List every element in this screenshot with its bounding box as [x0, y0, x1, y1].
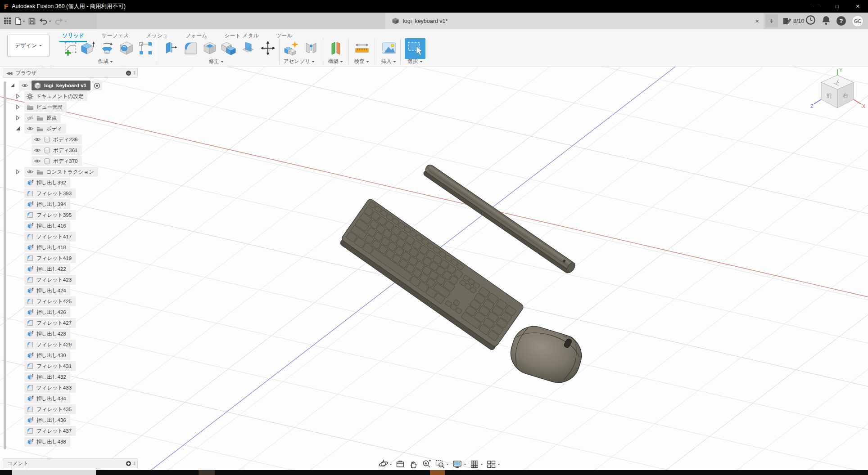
feature-row-extrude[interactable]: 押し出し438: [24, 436, 70, 447]
root-component[interactable]: logi_keyboard v1: [32, 81, 90, 90]
3d-viewport[interactable]: [0, 67, 868, 470]
feature-row-fillet[interactable]: フィレット419: [24, 253, 76, 264]
expanded-triangle-icon[interactable]: [10, 83, 15, 88]
fillet-button[interactable]: [182, 40, 199, 57]
file-menu-button[interactable]: [14, 17, 25, 25]
feature-row-extrude[interactable]: 押し出し430: [24, 350, 70, 361]
create-sketch-button[interactable]: [62, 40, 79, 57]
tree-row-body[interactable]: ボディ236: [32, 134, 82, 145]
shell-button[interactable]: [201, 40, 218, 57]
joint-button[interactable]: [303, 40, 320, 57]
panel-grip[interactable]: ‖: [133, 70, 136, 76]
extrude-button[interactable]: [79, 40, 96, 57]
zoom-button[interactable]: [421, 459, 432, 469]
feature-row-extrude[interactable]: 押し出し432: [24, 372, 70, 382]
move-button[interactable]: [259, 40, 276, 57]
collapsed-triangle-icon[interactable]: [15, 169, 20, 175]
activate-component-radio[interactable]: [92, 81, 102, 90]
hole-button[interactable]: [118, 40, 135, 57]
group-label-inspect[interactable]: 検査: [354, 58, 369, 65]
minimize-button[interactable]: —: [806, 0, 827, 13]
tree-label[interactable]: ドキュメントの設定: [36, 93, 83, 100]
feature-row-fillet[interactable]: フィレット393: [24, 188, 76, 199]
viewports-button[interactable]: [486, 459, 500, 469]
grid-snap-button[interactable]: [470, 459, 483, 469]
tree-item[interactable]: ボディ: [24, 124, 66, 134]
combine-button[interactable]: [220, 40, 237, 57]
redo-button[interactable]: [54, 18, 67, 25]
workspace-selector[interactable]: デザイン: [7, 35, 50, 56]
collapsed-triangle-icon[interactable]: [15, 104, 20, 110]
tree-item[interactable]: ビュー管理: [24, 102, 67, 112]
group-label-insert[interactable]: 挿入: [381, 58, 396, 65]
view-cube[interactable]: Y Z X 上 前 右: [809, 67, 868, 121]
new-tab-button[interactable]: +: [765, 14, 778, 27]
collapse-panel-icon[interactable]: ◀◀: [6, 71, 11, 76]
feature-row-extrude[interactable]: 押し出し418: [24, 242, 70, 253]
mouse-model[interactable]: [506, 321, 587, 388]
tab-close-icon[interactable]: ×: [755, 17, 759, 25]
feature-row-extrude[interactable]: 押し出し436: [24, 415, 70, 426]
tree-item[interactable]: ボディ236: [32, 134, 82, 144]
select-button[interactable]: [405, 38, 425, 59]
group-label-create[interactable]: 作成: [98, 58, 113, 65]
visibility-eye-icon[interactable]: [19, 81, 31, 90]
split-body-button[interactable]: [240, 40, 257, 57]
feature-row-fillet[interactable]: フィレット423: [24, 274, 76, 285]
tree-row-construction[interactable]: コンストラクション: [15, 166, 98, 177]
active-document-tab[interactable]: logi_keyboard v1* ×: [385, 13, 764, 29]
tree-item[interactable]: ボディ370: [32, 156, 82, 166]
feature-row-extrude[interactable]: 押し出し428: [24, 328, 70, 339]
eye-hidden-icon[interactable]: [27, 115, 34, 121]
tree-row-origin[interactable]: 原点: [15, 112, 61, 123]
construction-plane-button[interactable]: [327, 40, 344, 57]
tree-item[interactable]: 原点: [24, 113, 61, 123]
user-avatar[interactable]: GC: [852, 15, 863, 27]
eye-icon[interactable]: [27, 126, 34, 131]
feature-row-fillet[interactable]: フィレット433: [24, 382, 76, 393]
feature-row-extrude[interactable]: 押し出し434: [24, 393, 70, 404]
help-icon[interactable]: ?: [836, 16, 846, 26]
app-grid-icon[interactable]: [4, 17, 11, 25]
collapsed-triangle-icon[interactable]: [15, 115, 20, 121]
job-status-clock-icon[interactable]: [805, 15, 816, 27]
zoom-window-button[interactable]: [435, 459, 449, 469]
pan-button[interactable]: [408, 459, 418, 469]
feature-row-fillet[interactable]: フィレット427: [24, 318, 76, 328]
feature-row-fillet[interactable]: フィレット431: [24, 361, 76, 372]
feature-row-extrude[interactable]: 押し出し422: [24, 264, 70, 274]
tree-row-body[interactable]: ボディ361: [32, 145, 82, 156]
undo-button[interactable]: [39, 18, 51, 25]
group-label-construct[interactable]: 構築: [328, 58, 343, 65]
close-button[interactable]: ✕: [847, 0, 868, 13]
tree-row-body[interactable]: ボディ370: [32, 156, 82, 166]
eye-icon[interactable]: [34, 137, 41, 142]
tree-label[interactable]: 原点: [46, 115, 57, 121]
group-label-assemble[interactable]: アセンブリ: [284, 58, 315, 65]
tree-item[interactable]: コンストラクション: [24, 167, 98, 177]
tree-row-view-management[interactable]: ビュー管理: [15, 102, 67, 112]
feature-row-fillet[interactable]: フィレット437: [24, 426, 76, 436]
minimize-panel-icon[interactable]: [126, 70, 131, 76]
feature-row-fillet[interactable]: フィレット429: [24, 339, 76, 350]
tree-row-bodies[interactable]: ボディ: [15, 123, 66, 134]
panel-grip[interactable]: ‖: [133, 461, 136, 466]
tree-row-root[interactable]: logi_keyboard v1: [10, 80, 102, 91]
eye-icon[interactable]: [34, 148, 41, 153]
look-at-button[interactable]: [395, 459, 405, 469]
group-label-modify[interactable]: 修正: [209, 58, 224, 65]
display-settings-button[interactable]: [452, 459, 466, 469]
feature-row-extrude[interactable]: 押し出し392: [24, 177, 70, 188]
tree-item[interactable]: ボディ361: [32, 145, 82, 155]
tree-label[interactable]: ボディ: [46, 125, 62, 132]
notifications-bell-icon[interactable]: [822, 15, 831, 27]
feature-row-fillet[interactable]: フィレット435: [24, 404, 76, 415]
revolve-button[interactable]: [99, 40, 116, 57]
feature-row-extrude[interactable]: 押し出し424: [24, 285, 70, 296]
feature-row-extrude[interactable]: 押し出し416: [24, 220, 70, 231]
eye-icon[interactable]: [34, 158, 41, 164]
pattern-button[interactable]: [137, 40, 154, 57]
feature-row-fillet[interactable]: フィレット395: [24, 210, 76, 220]
tree-label[interactable]: ボディ236: [53, 136, 78, 143]
tree-row-document-settings[interactable]: ドキュメントの設定: [15, 91, 87, 102]
